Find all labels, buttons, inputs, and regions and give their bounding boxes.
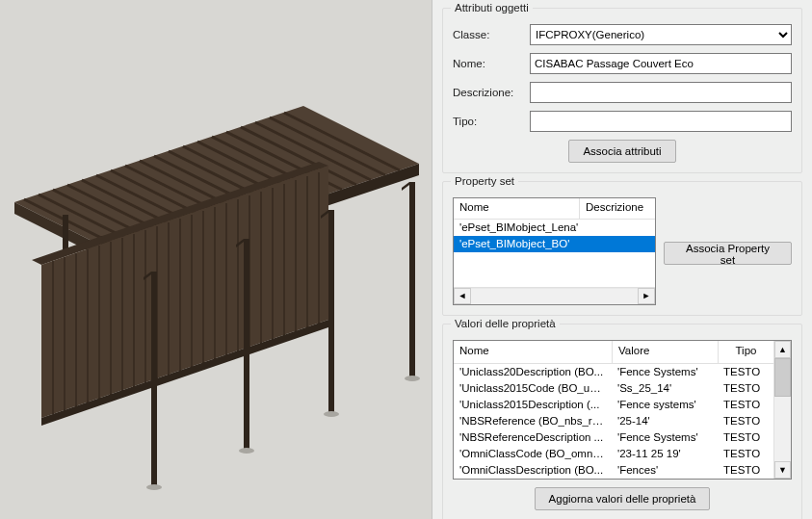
property-value-row[interactable]: 'Uniclass2015Description (...'Fence syst…: [454, 397, 773, 413]
property-value-row[interactable]: 'NBSReferenceDescription ...'Fence Syste…: [454, 429, 773, 446]
attributes-group: Attributi oggetti Classe: IFCPROXY(Gener…: [442, 8, 802, 173]
svg-rect-22: [63, 215, 68, 253]
associa-attributi-button[interactable]: Associa attributi: [568, 140, 675, 163]
pset-hscroll[interactable]: ◄ ►: [454, 287, 655, 304]
classe-label: Classe:: [453, 29, 522, 40]
property-value-row[interactable]: 'Uniclass2015Code (BO_uni...'Ss_25_14'TE…: [454, 380, 773, 397]
tipo-input[interactable]: [530, 111, 792, 132]
pset-row[interactable]: 'ePset_BIMobject_BO': [454, 236, 655, 252]
property-values-group: Valori delle proprietà Nome Valore Tipo …: [442, 324, 802, 519]
propvals-col-valore[interactable]: Valore: [612, 341, 718, 363]
pset-row[interactable]: 'ePset_BIMobject_Lena': [454, 220, 655, 236]
propvals-col-tipo[interactable]: Tipo: [718, 341, 773, 363]
pset-col-descrizione[interactable]: Descrizione: [579, 198, 655, 219]
scroll-left-icon[interactable]: ◄: [454, 288, 471, 304]
svg-rect-51: [151, 272, 157, 485]
property-set-group-title: Property set: [451, 175, 518, 187]
model-viewport[interactable]: [0, 0, 427, 519]
svg-point-58: [405, 376, 420, 381]
scroll-up-icon[interactable]: ▲: [774, 341, 791, 358]
attributes-group-title: Attributi oggetti: [451, 2, 533, 13]
svg-rect-52: [244, 239, 249, 449]
scroll-right-icon[interactable]: ►: [638, 288, 655, 304]
propvals-col-nome[interactable]: Nome: [454, 341, 612, 363]
classe-select[interactable]: IFCPROXY(Generico): [530, 24, 792, 45]
scroll-down-icon[interactable]: ▼: [774, 461, 791, 479]
associa-property-set-button[interactable]: Associa Property set: [664, 242, 792, 265]
pset-col-nome[interactable]: Nome: [454, 198, 579, 219]
descrizione-input[interactable]: [530, 82, 792, 103]
property-value-row[interactable]: 'Uniclass20Description (BO...'Fence Syst…: [454, 364, 773, 380]
scroll-thumb[interactable]: [774, 358, 791, 397]
svg-point-56: [239, 448, 254, 454]
svg-rect-53: [328, 210, 334, 412]
svg-point-55: [146, 484, 162, 490]
property-value-row[interactable]: 'OmniClassDescription (BO...'Fences'TEST…: [454, 462, 773, 479]
property-set-group: Property set Nome Descrizione 'ePset_BIM…: [442, 181, 802, 316]
property-value-row[interactable]: 'OmniClassCode (BO_omnic...'23-11 25 19'…: [454, 446, 773, 462]
property-set-list[interactable]: Nome Descrizione 'ePset_BIMobject_Lena''…: [453, 197, 656, 305]
property-value-row[interactable]: 'NBSReference (BO_nbs_ref)''25-14'TESTO: [454, 413, 773, 429]
property-values-table[interactable]: Nome Valore Tipo 'Uniclass20Description …: [453, 340, 792, 480]
property-panel: Attributi oggetti Classe: IFCPROXY(Gener…: [432, 0, 812, 519]
property-values-group-title: Valori delle proprietà: [451, 318, 560, 329]
nome-input[interactable]: [530, 53, 792, 74]
svg-point-57: [324, 411, 339, 417]
svg-rect-54: [409, 182, 415, 377]
nome-label: Nome:: [453, 58, 522, 69]
propvals-vscroll[interactable]: ▲ ▼: [773, 341, 791, 479]
descrizione-label: Descrizione:: [453, 87, 522, 98]
tipo-label: Tipo:: [453, 116, 522, 127]
aggiorna-valori-button[interactable]: Aggiorna valori delle proprietà: [535, 487, 711, 510]
